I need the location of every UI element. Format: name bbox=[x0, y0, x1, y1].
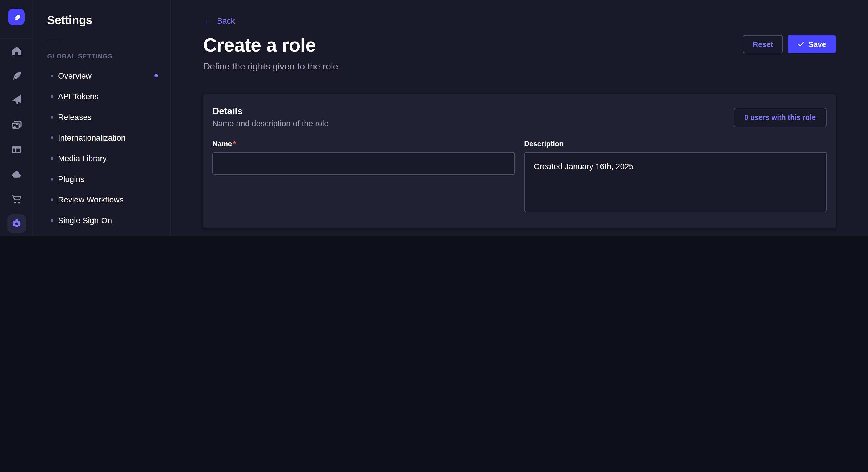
reset-button[interactable]: Reset bbox=[743, 35, 783, 53]
notification-dot bbox=[154, 74, 158, 77]
sidebar-item-label: Internationalization bbox=[58, 133, 125, 142]
settings-sidebar: Settings GLOBAL SETTINGS Overview API To… bbox=[33, 0, 171, 236]
content-type-builder-nav[interactable] bbox=[0, 63, 33, 88]
back-link[interactable]: ← Back bbox=[203, 16, 235, 25]
sidebar-item-single-sign-on[interactable]: Single Sign-On bbox=[33, 210, 170, 231]
strapi-logo-icon bbox=[11, 12, 21, 22]
bullet-icon bbox=[51, 177, 53, 180]
description-textarea[interactable]: Created January 16th, 2025 bbox=[524, 152, 827, 212]
main-content: ← Back Create a role Define the rights g… bbox=[171, 0, 868, 236]
name-label: Name* bbox=[212, 140, 515, 149]
paper-plane-icon bbox=[11, 94, 22, 106]
icon-rail: KD bbox=[0, 0, 33, 236]
sidebar-item-releases[interactable]: Releases bbox=[33, 107, 170, 127]
feather-icon bbox=[11, 70, 22, 81]
settings-nav[interactable] bbox=[0, 211, 33, 236]
section-global-settings: GLOBAL SETTINGS Overview API Tokens Rele… bbox=[33, 50, 170, 236]
name-field-group: Name* bbox=[212, 140, 515, 215]
bullet-icon bbox=[51, 198, 53, 201]
sidebar-item-overview[interactable]: Overview bbox=[33, 65, 170, 86]
settings-active-pill bbox=[7, 214, 26, 233]
bullet-icon bbox=[51, 74, 53, 77]
home-icon bbox=[11, 45, 22, 57]
check-icon bbox=[797, 41, 804, 47]
sidebar-item-label: Media Library bbox=[58, 154, 107, 163]
name-input[interactable] bbox=[212, 152, 515, 175]
bullet-icon bbox=[51, 219, 53, 222]
page-subtitle: Define the rights given to the role bbox=[203, 62, 836, 72]
images-icon bbox=[11, 119, 22, 131]
details-card: Details Name and description of the role… bbox=[203, 94, 836, 229]
page-title: Create a role bbox=[203, 35, 836, 56]
bullet-icon bbox=[51, 95, 53, 98]
home-nav[interactable] bbox=[0, 38, 33, 63]
deploy-nav[interactable] bbox=[0, 88, 33, 112]
required-asterisk: * bbox=[233, 140, 236, 148]
bullet-icon bbox=[51, 136, 53, 139]
rail-nav bbox=[0, 38, 33, 236]
sidebar-item-label: Plugins bbox=[58, 174, 84, 183]
cart-icon bbox=[11, 193, 22, 204]
media-library-nav[interactable] bbox=[0, 112, 33, 137]
sidebar-item-plugins[interactable]: Plugins bbox=[33, 169, 170, 189]
description-field-group: Description Created January 16th, 2025 bbox=[524, 140, 827, 215]
back-label: Back bbox=[217, 16, 235, 25]
sidebar-item-label: Overview bbox=[58, 71, 92, 80]
details-fields: Name* Description Created January 16th, … bbox=[212, 140, 827, 215]
description-label: Description bbox=[524, 140, 827, 149]
content-manager-nav[interactable] bbox=[0, 137, 33, 162]
gear-icon bbox=[11, 217, 22, 229]
cloud-nav[interactable] bbox=[0, 162, 33, 187]
save-label: Save bbox=[809, 40, 826, 48]
users-with-role-button[interactable]: 0 users with this role bbox=[733, 108, 827, 128]
page-header: Create a role Define the rights given to… bbox=[203, 35, 836, 72]
sidebar-item-label: API Tokens bbox=[58, 92, 98, 101]
sidebar-item-media-library[interactable]: Media Library bbox=[33, 148, 170, 169]
cloud-icon bbox=[11, 168, 22, 180]
sidebar-item-label: Releases bbox=[58, 112, 92, 122]
header-actions: Reset Save bbox=[743, 35, 836, 53]
bullet-icon bbox=[51, 115, 53, 119]
sidebar-item-api-tokens[interactable]: API Tokens bbox=[33, 86, 170, 107]
sidebar-item-label: Single Sign-On bbox=[58, 216, 112, 225]
sidebar-title-underline bbox=[47, 40, 61, 40]
strapi-admin: KD Settings GLOBAL SETTINGS Overview API… bbox=[0, 0, 868, 236]
bullet-icon bbox=[51, 157, 53, 160]
strapi-logo[interactable] bbox=[8, 9, 25, 25]
back-arrow-icon: ← bbox=[203, 16, 212, 25]
marketplace-nav[interactable] bbox=[0, 187, 33, 211]
save-button[interactable]: Save bbox=[787, 35, 836, 53]
section-header: GLOBAL SETTINGS bbox=[33, 50, 170, 62]
sidebar-item-label: Review Workflows bbox=[58, 195, 123, 204]
sidebar-item-internationalization[interactable]: Internationalization bbox=[33, 127, 170, 148]
name-label-text: Name bbox=[212, 140, 232, 148]
sidebar-title: Settings bbox=[47, 14, 157, 27]
sidebar-item-transfer-tokens[interactable]: Transfer Tokens bbox=[33, 231, 170, 236]
layout-icon bbox=[11, 144, 22, 155]
sidebar-item-review-workflows[interactable]: Review Workflows bbox=[33, 189, 170, 210]
